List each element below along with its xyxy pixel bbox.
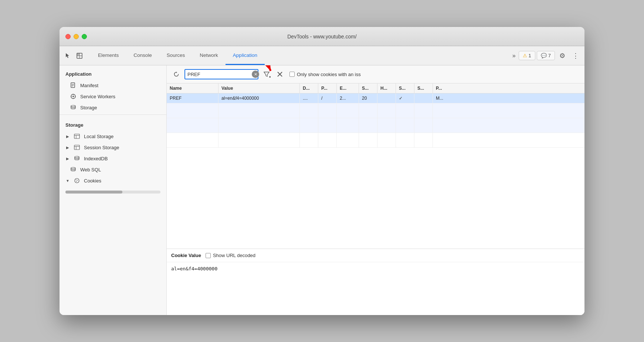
svg-point-14 xyxy=(71,105,75,107)
cookie-value-panel: Cookie Value Show URL decoded al=en&f4=4… xyxy=(167,249,584,315)
window-title: DevTools - www.youtube.com/ xyxy=(287,34,357,40)
sidebar-item-indexeddb[interactable]: ▶ IndexedDB xyxy=(60,153,166,164)
svg-point-23 xyxy=(75,178,79,183)
sidebar-indexeddb-label: IndexedDB xyxy=(84,156,108,161)
minimize-button[interactable] xyxy=(74,34,79,39)
search-box[interactable]: ✕ xyxy=(184,69,258,79)
title-bar: DevTools - www.youtube.com/ xyxy=(60,27,584,46)
url-decoded-checkbox[interactable] xyxy=(206,253,211,258)
manifest-icon xyxy=(70,82,77,89)
cookie-value-header: Cookie Value Show URL decoded xyxy=(167,249,584,262)
td-domain-pref: .... xyxy=(300,93,318,103)
clear-button[interactable] xyxy=(275,69,285,79)
tab-console[interactable]: Console xyxy=(126,46,159,65)
th-name[interactable]: Name xyxy=(167,83,218,93)
sidebar-service-workers-label: Service Workers xyxy=(80,94,115,99)
svg-point-21 xyxy=(75,156,79,158)
sidebar-item-session-storage[interactable]: ▶ Session Storage xyxy=(60,142,166,153)
th-priority[interactable]: P... xyxy=(433,83,451,93)
td-size-pref: 20 xyxy=(359,93,377,103)
application-section-header: Application xyxy=(60,65,166,80)
th-value[interactable]: Value xyxy=(218,83,300,93)
th-domain[interactable]: D... xyxy=(300,83,318,93)
sidebar-item-local-storage[interactable]: ▶ Local Storage xyxy=(60,131,166,142)
table-row-empty-1[interactable] xyxy=(167,103,584,118)
sidebar-scrollbar-thumb[interactable] xyxy=(65,191,122,194)
th-secure[interactable]: S... xyxy=(396,83,414,93)
td-empty xyxy=(167,103,218,118)
chat-icon: 💬 xyxy=(541,53,547,58)
cookies-icon xyxy=(74,177,80,184)
show-url-decoded[interactable]: Show URL decoded xyxy=(206,253,255,258)
local-storage-icon xyxy=(74,133,80,140)
cursor-icon[interactable] xyxy=(62,51,73,61)
only-issues-checkbox[interactable] xyxy=(289,72,295,77)
traffic-lights xyxy=(65,34,87,39)
devtools-window: DevTools - www.youtube.com/ Elements Con… xyxy=(60,27,584,315)
sidebar-storage-label: Storage xyxy=(80,105,97,110)
td-samesite-pref xyxy=(414,93,433,103)
more-tabs-button[interactable]: » xyxy=(509,46,519,65)
svg-rect-15 xyxy=(74,134,79,138)
table-header: Name Value D... P... E... S... H... S...… xyxy=(167,83,584,93)
sidebar-item-cookies[interactable]: ▼ Cookies xyxy=(60,175,166,186)
cookies-toolbar: ✕ ● xyxy=(167,65,584,83)
th-path[interactable]: P... xyxy=(318,83,337,93)
warning-icon: ⚠ xyxy=(523,53,527,58)
th-size[interactable]: S... xyxy=(359,83,377,93)
maximize-button[interactable] xyxy=(82,34,87,39)
th-samesite[interactable]: S... xyxy=(414,83,433,93)
table-row[interactable]: PREF al=en&f4=4000000 .... / 2... 20 ✓ M… xyxy=(167,93,584,103)
td-secure-pref: ✓ xyxy=(396,93,414,103)
tab-sources[interactable]: Sources xyxy=(159,46,193,65)
tab-elements[interactable]: Elements xyxy=(91,46,126,65)
expand-arrow-local-storage: ▶ xyxy=(65,134,70,138)
tab-bar: Elements Console Sources Network Applica… xyxy=(60,46,584,65)
chat-count: 7 xyxy=(548,53,551,58)
refresh-button[interactable] xyxy=(171,69,182,79)
svg-marker-27 xyxy=(264,72,269,76)
close-button[interactable] xyxy=(65,34,71,39)
expand-arrow-session-storage: ▶ xyxy=(65,145,70,150)
table-row-empty-3[interactable] xyxy=(167,133,584,148)
search-clear-button[interactable]: ✕ xyxy=(252,71,259,78)
tab-bar-left-tools xyxy=(62,46,85,65)
svg-point-26 xyxy=(76,181,77,182)
cookie-value-content: al=en&f4=4000000 xyxy=(167,262,584,275)
main-area: Application Manifest xyxy=(60,65,584,315)
sidebar-scrollbar-track[interactable] xyxy=(65,191,160,194)
inspect-icon[interactable] xyxy=(74,51,85,61)
storage-section-header: Storage xyxy=(60,116,166,131)
only-issues-filter[interactable]: Only show cookies with an iss xyxy=(289,72,361,77)
svg-rect-1 xyxy=(77,53,79,55)
table-row-empty-2[interactable] xyxy=(167,118,584,133)
th-expires[interactable]: E... xyxy=(337,83,359,93)
sidebar-session-storage-label: Session Storage xyxy=(84,145,119,150)
td-name-pref: PREF xyxy=(167,93,218,103)
expand-arrow-cookies: ▼ xyxy=(65,178,70,183)
tab-application[interactable]: Application xyxy=(226,46,265,65)
expand-arrow-indexeddb: ▶ xyxy=(65,156,70,161)
sidebar-cookies-label: Cookies xyxy=(84,178,101,184)
sidebar-item-web-sql[interactable]: Web SQL xyxy=(60,164,166,175)
settings-button[interactable]: ⚙ xyxy=(556,50,568,62)
sidebar-item-manifest[interactable]: Manifest xyxy=(60,80,166,91)
svg-point-22 xyxy=(71,167,75,169)
more-options-button[interactable]: ⋮ xyxy=(570,50,582,62)
warning-count: 1 xyxy=(529,53,531,58)
sidebar-item-service-workers[interactable]: Service Workers xyxy=(60,91,166,102)
td-expires-pref: 2... xyxy=(337,93,359,103)
session-storage-icon xyxy=(74,144,80,151)
sidebar-item-storage[interactable]: Storage xyxy=(60,102,166,113)
indexeddb-icon xyxy=(74,155,80,162)
table-body: PREF al=en&f4=4000000 .... / 2... 20 ✓ M… xyxy=(167,93,584,249)
sidebar-manifest-label: Manifest xyxy=(80,83,98,88)
search-input[interactable] xyxy=(185,72,252,77)
chat-button[interactable]: 💬 7 xyxy=(537,51,555,60)
filter-button[interactable]: ● xyxy=(261,69,272,79)
storage-icon xyxy=(70,104,77,111)
warnings-button[interactable]: ⚠ 1 xyxy=(519,51,535,60)
td-value-pref: al=en&f4=4000000 xyxy=(218,93,300,103)
tab-network[interactable]: Network xyxy=(192,46,226,65)
th-http[interactable]: H... xyxy=(377,83,396,93)
